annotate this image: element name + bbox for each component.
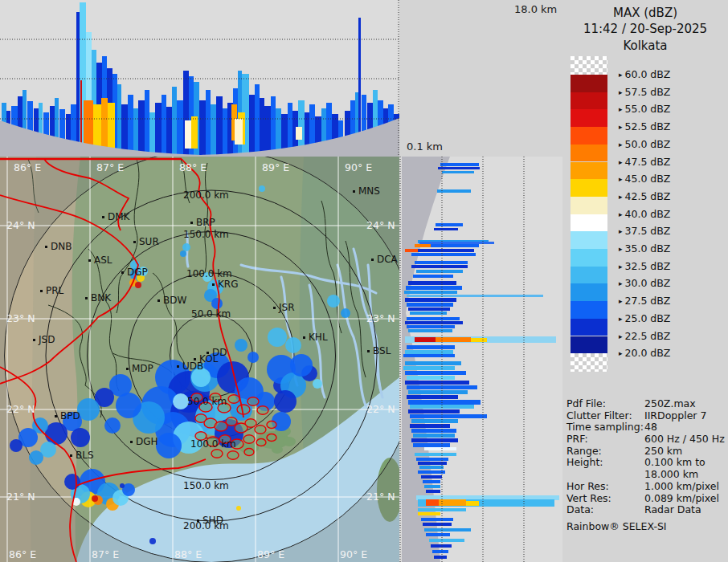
colorbar-tick: ▸35.0 dBZ <box>619 242 728 255</box>
colorbar-tick: ▸25.0 dBZ <box>619 312 728 324</box>
graticule-label: 23° N <box>366 312 395 324</box>
range-ring-label: 100.0 km <box>190 438 236 450</box>
tick-arrow-icon: ▸ <box>619 158 623 166</box>
metadata-label: Time sampling: <box>566 422 644 434</box>
city-label: DMK <box>108 211 131 222</box>
metadata-row: Clutter Filter:IIRDoppler 7 <box>566 410 727 422</box>
colorbar-tick: ▸42.5 dBZ <box>619 190 728 202</box>
range-ring-label: 200.0 km <box>183 520 229 531</box>
metadata-label: Hor Res: <box>566 481 644 493</box>
metadata-row: Time sampling:48 <box>566 422 727 434</box>
city-label: JSD <box>38 334 55 345</box>
colorbar-cell <box>571 75 607 92</box>
city-label: DGH <box>136 436 158 447</box>
station-name: Kolkata <box>562 38 728 54</box>
tick-arrow-icon: ▸ <box>619 71 623 79</box>
metadata-value: IIRDoppler 7 <box>644 410 706 422</box>
tick-label: 27.5 dBZ <box>625 295 671 307</box>
city-label: BSL <box>373 345 391 356</box>
metadata-row: Data:Radar Data <box>566 504 727 516</box>
graticule-label: 89° E <box>257 548 284 560</box>
colorbar-cell <box>571 231 607 249</box>
tick-arrow-icon: ▸ <box>619 332 623 340</box>
colorbar-tick: ▸55.0 dBZ <box>619 103 728 115</box>
metadata-row: PRF:600 Hz / 450 Hz <box>566 434 727 446</box>
tick-arrow-icon: ▸ <box>619 227 623 235</box>
tick-label: 30.0 dBZ <box>625 277 671 289</box>
metadata-label <box>566 469 644 481</box>
product-title: MAX (dBZ) <box>562 5 728 21</box>
graticule-label: 90° E <box>345 161 372 173</box>
graticule-label: 21° N <box>6 491 35 503</box>
tick-label: 55.0 dBZ <box>625 103 671 115</box>
range-ring-label: 50.0 km <box>187 396 227 407</box>
tick-arrow-icon: ▸ <box>619 175 623 183</box>
tick-arrow-icon: ▸ <box>619 279 623 287</box>
graticule-label: 86° E <box>9 548 36 560</box>
metadata-value: 18.000 km <box>644 469 698 481</box>
height-axis-max-label: 18.0 km <box>514 3 557 15</box>
city-label: UDB <box>182 360 203 372</box>
metadata-value: 0.100 km to <box>644 457 706 469</box>
tick-label: 50.0 dBZ <box>625 138 671 150</box>
city-label: JSR <box>278 302 295 313</box>
tick-arrow-icon: ▸ <box>619 263 623 271</box>
tick-label: 37.5 dBZ <box>625 225 671 237</box>
tick-arrow-icon: ▸ <box>619 315 623 323</box>
metadata-label: Pdf File: <box>566 398 644 410</box>
colorbar-cell <box>571 109 607 127</box>
graticule-label: 90° E <box>340 548 367 560</box>
tick-label: 22.5 dBZ <box>625 330 671 342</box>
city-label: BNK <box>91 292 112 303</box>
right-profile-plot <box>399 157 562 562</box>
tick-arrow-icon: ▸ <box>619 193 623 201</box>
colorbar-tick: ▸37.5 dBZ <box>619 225 728 237</box>
metadata-label: Vert Res: <box>566 493 644 505</box>
colorbar-cell <box>571 145 607 162</box>
city-label: ASL <box>94 255 112 266</box>
colorbar-cell <box>571 214 607 232</box>
metadata-value: Radar Data <box>644 504 701 516</box>
colorbar-cell <box>571 127 607 145</box>
tick-arrow-icon: ▸ <box>619 210 623 218</box>
top-height-profile-panel <box>0 0 399 157</box>
city-label: PRL <box>46 285 64 296</box>
city-label: KRG <box>218 279 239 290</box>
radar-map-panel: DMKDNBSURASLDGPPRLBNKBDWBRPKRGMNSDCAJSRK… <box>0 157 399 562</box>
tick-arrow-icon: ▸ <box>619 88 623 96</box>
graticule-label: 21° N <box>366 491 395 503</box>
city-label: DGP <box>127 267 148 278</box>
colorbar-tick: ▸40.0 dBZ <box>619 208 728 220</box>
colorbar-tick: ▸32.5 dBZ <box>619 260 728 272</box>
metadata-value: 0.089 km/pixel <box>644 493 719 505</box>
tick-label: 35.0 dBZ <box>625 242 671 255</box>
tick-label: 20.0 dBZ <box>625 347 671 359</box>
tick-label: 40.0 dBZ <box>625 208 671 220</box>
range-ring-label: 50.0 km <box>191 308 231 320</box>
graticule-label: 24° N <box>366 219 395 231</box>
metadata-label: Data: <box>566 504 644 516</box>
graticule-label: 88° E <box>179 161 207 173</box>
graticule-label: 89° E <box>262 161 289 173</box>
tick-label: 25.0 dBZ <box>625 312 671 324</box>
legend-panel: MAX (dBZ) 11:42 / 20-Sep-2025 Kolkata ▸6… <box>562 0 728 562</box>
metadata-row: Pdf File:250Z.max <box>566 398 727 410</box>
colorbar-cell <box>571 319 607 336</box>
colorbar-checker-bottom <box>571 353 607 372</box>
tick-label: 57.5 dBZ <box>625 86 671 98</box>
colorbar-tick: ▸20.0 dBZ <box>619 347 728 359</box>
graticule-label: 22° N <box>366 403 395 415</box>
city-label: MDP <box>132 363 153 374</box>
tick-arrow-icon: ▸ <box>619 105 623 113</box>
metadata-label: PRF: <box>566 434 644 446</box>
metadata-label: Range: <box>566 446 644 458</box>
colorbar-tick: ▸52.5 dBZ <box>619 120 728 132</box>
colorbar-tick: ▸60.0 dBZ <box>619 68 728 80</box>
metadata-row: Height:0.100 km to <box>566 457 727 469</box>
colorbar-cell <box>571 336 607 354</box>
tick-label: 45.0 dBZ <box>625 173 671 185</box>
colorbar-cell <box>571 179 607 197</box>
range-ring-label: 150.0 km <box>183 229 229 240</box>
metadata-value: 250 km <box>644 446 682 458</box>
city-label: BLS <box>76 450 94 461</box>
